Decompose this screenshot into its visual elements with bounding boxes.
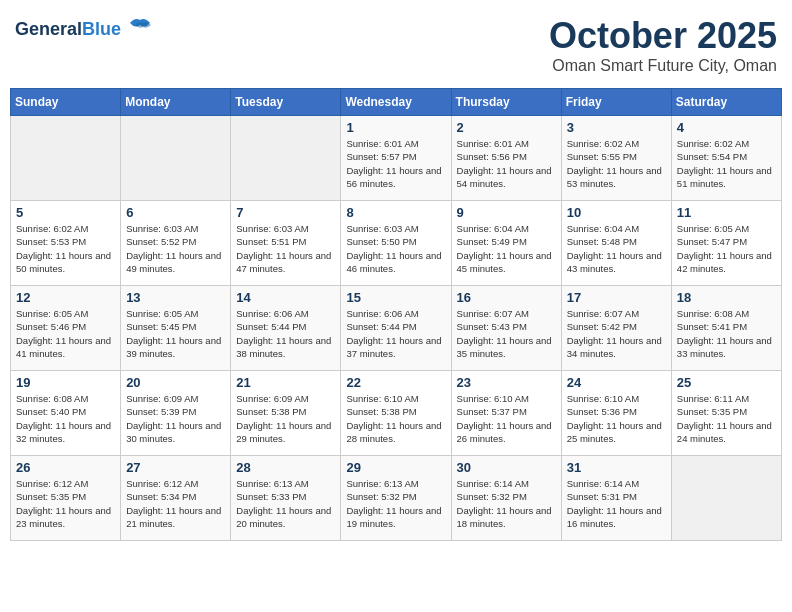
calendar-cell: 27Sunrise: 6:12 AM Sunset: 5:34 PM Dayli…: [121, 456, 231, 541]
day-number: 19: [16, 375, 115, 390]
logo-text: GeneralBlue: [15, 19, 121, 41]
day-info: Sunrise: 6:04 AM Sunset: 5:49 PM Dayligh…: [457, 222, 556, 275]
day-number: 12: [16, 290, 115, 305]
calendar-cell: 20Sunrise: 6:09 AM Sunset: 5:39 PM Dayli…: [121, 371, 231, 456]
day-number: 4: [677, 120, 776, 135]
calendar-cell: 21Sunrise: 6:09 AM Sunset: 5:38 PM Dayli…: [231, 371, 341, 456]
day-info: Sunrise: 6:10 AM Sunset: 5:36 PM Dayligh…: [567, 392, 666, 445]
day-info: Sunrise: 6:03 AM Sunset: 5:52 PM Dayligh…: [126, 222, 225, 275]
calendar-cell: 9Sunrise: 6:04 AM Sunset: 5:49 PM Daylig…: [451, 201, 561, 286]
day-info: Sunrise: 6:10 AM Sunset: 5:38 PM Dayligh…: [346, 392, 445, 445]
calendar-cell: 12Sunrise: 6:05 AM Sunset: 5:46 PM Dayli…: [11, 286, 121, 371]
day-info: Sunrise: 6:06 AM Sunset: 5:44 PM Dayligh…: [236, 307, 335, 360]
weekday-header: Friday: [561, 89, 671, 116]
calendar-cell: 15Sunrise: 6:06 AM Sunset: 5:44 PM Dayli…: [341, 286, 451, 371]
day-number: 23: [457, 375, 556, 390]
calendar-cell: 18Sunrise: 6:08 AM Sunset: 5:41 PM Dayli…: [671, 286, 781, 371]
calendar-cell: 3Sunrise: 6:02 AM Sunset: 5:55 PM Daylig…: [561, 116, 671, 201]
calendar-cell: 26Sunrise: 6:12 AM Sunset: 5:35 PM Dayli…: [11, 456, 121, 541]
location-subtitle: Oman Smart Future City, Oman: [549, 57, 777, 75]
day-info: Sunrise: 6:05 AM Sunset: 5:47 PM Dayligh…: [677, 222, 776, 275]
day-number: 17: [567, 290, 666, 305]
day-number: 13: [126, 290, 225, 305]
calendar-cell: 10Sunrise: 6:04 AM Sunset: 5:48 PM Dayli…: [561, 201, 671, 286]
day-info: Sunrise: 6:12 AM Sunset: 5:35 PM Dayligh…: [16, 477, 115, 530]
calendar-week-row: 12Sunrise: 6:05 AM Sunset: 5:46 PM Dayli…: [11, 286, 782, 371]
day-info: Sunrise: 6:13 AM Sunset: 5:32 PM Dayligh…: [346, 477, 445, 530]
day-info: Sunrise: 6:05 AM Sunset: 5:45 PM Dayligh…: [126, 307, 225, 360]
day-number: 7: [236, 205, 335, 220]
day-number: 21: [236, 375, 335, 390]
calendar-cell: 22Sunrise: 6:10 AM Sunset: 5:38 PM Dayli…: [341, 371, 451, 456]
day-info: Sunrise: 6:14 AM Sunset: 5:32 PM Dayligh…: [457, 477, 556, 530]
day-number: 29: [346, 460, 445, 475]
weekday-header-row: SundayMondayTuesdayWednesdayThursdayFrid…: [11, 89, 782, 116]
day-number: 11: [677, 205, 776, 220]
calendar-week-row: 19Sunrise: 6:08 AM Sunset: 5:40 PM Dayli…: [11, 371, 782, 456]
day-info: Sunrise: 6:10 AM Sunset: 5:37 PM Dayligh…: [457, 392, 556, 445]
calendar-cell: 30Sunrise: 6:14 AM Sunset: 5:32 PM Dayli…: [451, 456, 561, 541]
day-info: Sunrise: 6:12 AM Sunset: 5:34 PM Dayligh…: [126, 477, 225, 530]
day-number: 1: [346, 120, 445, 135]
calendar-cell: 16Sunrise: 6:07 AM Sunset: 5:43 PM Dayli…: [451, 286, 561, 371]
day-number: 16: [457, 290, 556, 305]
calendar-cell: 17Sunrise: 6:07 AM Sunset: 5:42 PM Dayli…: [561, 286, 671, 371]
day-info: Sunrise: 6:08 AM Sunset: 5:40 PM Dayligh…: [16, 392, 115, 445]
weekday-header: Wednesday: [341, 89, 451, 116]
day-number: 6: [126, 205, 225, 220]
calendar-cell: 1Sunrise: 6:01 AM Sunset: 5:57 PM Daylig…: [341, 116, 451, 201]
day-number: 15: [346, 290, 445, 305]
logo-icon: [125, 15, 155, 45]
month-title: October 2025: [549, 15, 777, 57]
day-info: Sunrise: 6:07 AM Sunset: 5:43 PM Dayligh…: [457, 307, 556, 360]
day-info: Sunrise: 6:11 AM Sunset: 5:35 PM Dayligh…: [677, 392, 776, 445]
day-number: 28: [236, 460, 335, 475]
day-number: 27: [126, 460, 225, 475]
calendar-cell: [231, 116, 341, 201]
day-info: Sunrise: 6:04 AM Sunset: 5:48 PM Dayligh…: [567, 222, 666, 275]
calendar-week-row: 26Sunrise: 6:12 AM Sunset: 5:35 PM Dayli…: [11, 456, 782, 541]
day-number: 8: [346, 205, 445, 220]
day-info: Sunrise: 6:07 AM Sunset: 5:42 PM Dayligh…: [567, 307, 666, 360]
day-number: 24: [567, 375, 666, 390]
day-number: 22: [346, 375, 445, 390]
calendar-week-row: 1Sunrise: 6:01 AM Sunset: 5:57 PM Daylig…: [11, 116, 782, 201]
day-info: Sunrise: 6:01 AM Sunset: 5:57 PM Dayligh…: [346, 137, 445, 190]
calendar-cell: 13Sunrise: 6:05 AM Sunset: 5:45 PM Dayli…: [121, 286, 231, 371]
calendar-cell: 4Sunrise: 6:02 AM Sunset: 5:54 PM Daylig…: [671, 116, 781, 201]
calendar-cell: [121, 116, 231, 201]
day-info: Sunrise: 6:02 AM Sunset: 5:54 PM Dayligh…: [677, 137, 776, 190]
logo: GeneralBlue: [15, 15, 155, 45]
calendar-cell: [11, 116, 121, 201]
weekday-header: Monday: [121, 89, 231, 116]
day-info: Sunrise: 6:02 AM Sunset: 5:53 PM Dayligh…: [16, 222, 115, 275]
day-number: 3: [567, 120, 666, 135]
calendar-table: SundayMondayTuesdayWednesdayThursdayFrid…: [10, 88, 782, 541]
calendar-cell: 28Sunrise: 6:13 AM Sunset: 5:33 PM Dayli…: [231, 456, 341, 541]
calendar-cell: 6Sunrise: 6:03 AM Sunset: 5:52 PM Daylig…: [121, 201, 231, 286]
day-info: Sunrise: 6:03 AM Sunset: 5:50 PM Dayligh…: [346, 222, 445, 275]
day-info: Sunrise: 6:08 AM Sunset: 5:41 PM Dayligh…: [677, 307, 776, 360]
weekday-header: Sunday: [11, 89, 121, 116]
title-block: October 2025 Oman Smart Future City, Oma…: [549, 15, 777, 75]
day-number: 10: [567, 205, 666, 220]
day-number: 14: [236, 290, 335, 305]
day-number: 31: [567, 460, 666, 475]
day-info: Sunrise: 6:14 AM Sunset: 5:31 PM Dayligh…: [567, 477, 666, 530]
day-number: 9: [457, 205, 556, 220]
calendar-cell: 29Sunrise: 6:13 AM Sunset: 5:32 PM Dayli…: [341, 456, 451, 541]
weekday-header: Saturday: [671, 89, 781, 116]
day-number: 18: [677, 290, 776, 305]
day-info: Sunrise: 6:09 AM Sunset: 5:39 PM Dayligh…: [126, 392, 225, 445]
day-info: Sunrise: 6:06 AM Sunset: 5:44 PM Dayligh…: [346, 307, 445, 360]
weekday-header: Thursday: [451, 89, 561, 116]
day-number: 20: [126, 375, 225, 390]
calendar-cell: 24Sunrise: 6:10 AM Sunset: 5:36 PM Dayli…: [561, 371, 671, 456]
calendar-cell: 25Sunrise: 6:11 AM Sunset: 5:35 PM Dayli…: [671, 371, 781, 456]
page-header: GeneralBlue October 2025 Oman Smart Futu…: [10, 10, 782, 80]
day-number: 5: [16, 205, 115, 220]
calendar-cell: 2Sunrise: 6:01 AM Sunset: 5:56 PM Daylig…: [451, 116, 561, 201]
calendar-cell: 31Sunrise: 6:14 AM Sunset: 5:31 PM Dayli…: [561, 456, 671, 541]
calendar-cell: [671, 456, 781, 541]
day-info: Sunrise: 6:13 AM Sunset: 5:33 PM Dayligh…: [236, 477, 335, 530]
